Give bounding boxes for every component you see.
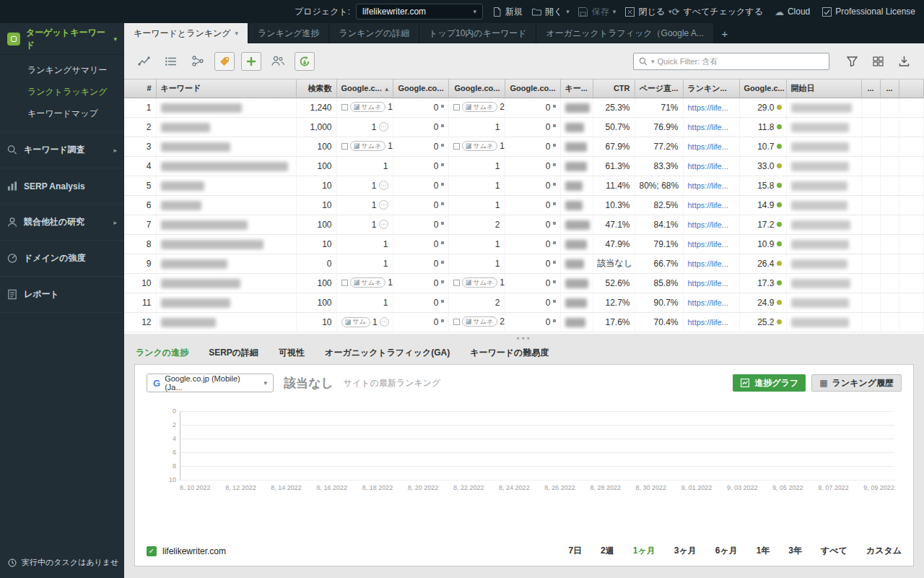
quick-filter[interactable]: ▾ [633,53,829,70]
add-keywords-button[interactable] [241,52,261,71]
ctr-cell: 12.7% [593,293,635,312]
column-header-0[interactable]: # [124,79,156,98]
panel-tab-2[interactable]: 可視性 [279,347,305,359]
save-project-button[interactable]: 保存 ▾ [578,6,616,18]
table-row[interactable]: 810101047.9%79.1%https://life...10.9 [124,234,924,254]
panel-tab-4[interactable]: キーワードの難易度 [470,347,549,359]
close-project-button[interactable]: 閉じる ▾ [624,6,671,18]
range-button-6ヶ月[interactable]: 6ヶ月 [715,545,738,557]
column-header-13[interactable]: ... [861,79,880,98]
sidebar-section-target-keywords[interactable]: ターゲットキーワード ▾ [0,23,124,55]
ranking-url-link[interactable]: https://life... [688,123,728,131]
table-row[interactable]: 71001⋯02047.1%84.1%https://life...17.2 [124,215,924,234]
legend-checkbox[interactable]: ✓ [147,546,157,556]
progress-graph-label: 進捗グラフ [754,377,798,389]
panel-splitter[interactable]: ●●● [124,334,924,341]
ranking-history-button[interactable]: ▦ ランキング履歴 [811,374,902,392]
tab-0[interactable]: キーワードとランキング▾ [124,23,248,43]
structure-icon[interactable] [188,52,208,71]
panel-tab-0[interactable]: ランクの進捗 [136,347,188,359]
competitors-icon[interactable] [268,52,288,71]
column-header-14[interactable]: ... [880,79,899,98]
column-header-11[interactable]: Google.c... [739,79,786,98]
ranking-url-link[interactable]: https://life... [688,162,728,171]
keyword-cell [156,293,296,312]
ranking-url-link[interactable]: https://life... [688,259,728,268]
filter-icon[interactable] [842,52,862,71]
check-rankings-button[interactable] [295,52,315,71]
ranking-url-link[interactable]: https://life... [688,279,728,288]
check-all-button[interactable]: ⟳ すべてチェックする [671,6,762,18]
sidebar-item-rank-tracking[interactable]: ランクトラッキング [0,81,124,103]
ranking-url-link[interactable]: https://life... [688,103,728,112]
column-header-1[interactable]: キーワード [156,79,296,98]
difficulty-dot [777,105,782,110]
open-project-button[interactable]: 開く ▾ [531,6,570,18]
table-row[interactable]: 3100サムネ10サムネ1067.9%77.2%https://life...1… [124,137,924,156]
ranking-url-link[interactable]: https://life... [688,142,728,151]
ranking-url-link[interactable]: https://life... [688,240,728,249]
license-button[interactable]: Professional License [821,7,915,17]
sidebar-item-competitor-research[interactable]: 競合他社の研究 ▸ [0,204,124,241]
quick-filter-input[interactable] [658,57,824,66]
range-button-すべて[interactable]: すべて [821,545,847,557]
ranking-url-link[interactable]: https://life... [688,318,728,327]
range-button-7日[interactable]: 7日 [568,545,582,557]
download-icon[interactable] [894,52,914,71]
new-project-button[interactable]: 新規 [492,6,523,18]
tab-4[interactable]: オーガニックトラフィック（Google A... [536,23,713,43]
cloud-button[interactable]: ☁ Cloud [775,7,810,17]
column-header-9[interactable]: ページ直... [635,79,683,98]
tag-keywords-button[interactable] [214,52,235,71]
tab-2[interactable]: ランキングの詳細 [329,23,419,43]
range-button-3年[interactable]: 3年 [788,545,802,557]
column-header-4[interactable]: Google.co... [393,79,448,98]
sidebar-item-reports[interactable]: レポート [0,277,124,313]
tab-3[interactable]: トップ10内のキーワード [419,23,536,43]
bottom-panel-tabs: ランクの進捗SERPの詳細可視性オーガニックトラフィック(GA)キーワードの難易… [124,341,924,364]
table-row[interactable]: 1210サム1⋯0サムネ2017.6%70.4%https://life...2… [124,312,924,332]
table-row[interactable]: 6101⋯01010.3%82.5%https://life...14.9 [124,195,924,215]
sidebar-item-domain-strength[interactable]: ドメインの強度 [0,241,124,277]
table-row[interactable]: 5101⋯01011.4%80%; 68%https://life...15.8 [124,176,924,195]
ranking-url-link[interactable]: https://life... [688,298,728,307]
column-header-8[interactable]: CTR [593,79,635,98]
column-header-10[interactable]: ランキン... [683,79,739,98]
search-engine-select[interactable]: G Google.co.jp (Mobile) (Ja... ▾ [147,374,274,392]
range-button-カスタム[interactable]: カスタム [866,545,902,557]
sidebar-item-keyword-map[interactable]: キーワードマップ [0,103,124,124]
records-list-icon[interactable] [161,52,181,71]
table-row[interactable]: 10100サムネ10サムネ1052.6%85.8%https://life...… [124,273,924,293]
project-select[interactable]: lifelikewriter.com ▾ [356,4,483,20]
link-graph-icon[interactable] [134,52,154,71]
sidebar-item-ranking-summary[interactable]: ランキングサマリー [0,59,124,81]
progress-graph-button[interactable]: 進捗グラフ [733,374,806,392]
column-header-2[interactable]: 検索数 [296,79,336,98]
extra-cell [880,195,899,215]
table-row[interactable]: 4100101061.3%83.3%https://life...33.0 [124,156,924,176]
table-row[interactable]: 11,240サムネ10サムネ2025.3%71%https://life...2… [124,98,924,117]
sidebar-item-serp-analysis[interactable]: SERP Analysis [0,168,124,204]
panel-tab-1[interactable]: SERPの詳細 [209,347,258,359]
range-button-2週[interactable]: 2週 [601,545,614,557]
column-header-3[interactable]: Google.c...▲ [336,79,393,98]
ranking-url-link[interactable]: https://life... [688,201,728,210]
table-row[interactable]: 11100102012.7%90.7%https://life...24.9 [124,293,924,312]
ranking-url-link[interactable]: https://life... [688,220,728,229]
filler-cell [899,98,924,117]
range-button-1ヶ月[interactable]: 1ヶ月 [633,545,655,557]
add-tab-button[interactable]: + [714,23,736,43]
panel-tab-3[interactable]: オーガニックトラフィック(GA) [325,347,450,359]
column-header-7[interactable]: キー... [560,79,593,98]
range-button-3ヶ月[interactable]: 3ヶ月 [674,545,697,557]
tab-1[interactable]: ランキング進捗 [248,23,329,43]
column-header-5[interactable]: Google.co... [448,79,505,98]
ranking-url-link[interactable]: https://life... [688,181,728,190]
column-header-6[interactable]: Google.co... [505,79,560,98]
sidebar-item-keyword-research[interactable]: キーワード調査 ▸ [0,132,124,168]
range-button-1年[interactable]: 1年 [757,545,770,557]
column-header-12[interactable]: 開始日 [786,79,861,98]
columns-grid-icon[interactable] [868,52,888,71]
table-row[interactable]: 21,0001⋯01050.7%76.9%https://life...11.8 [124,117,924,137]
table-row[interactable]: 901010該当なし66.7%https://life...26.4 [124,254,924,273]
